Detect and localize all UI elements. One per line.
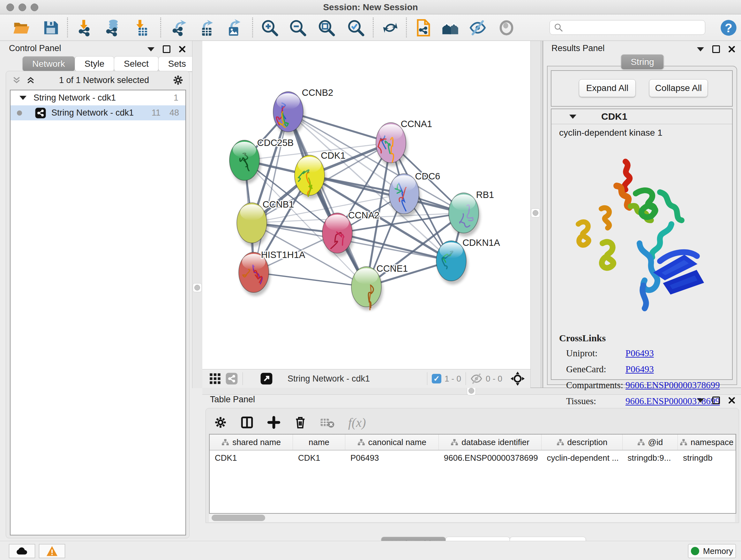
close-panel-icon[interactable] <box>728 46 735 53</box>
table-cell[interactable]: CDK1 <box>210 453 293 463</box>
zoom-fit-icon[interactable] <box>318 19 335 37</box>
crosslink-row: Uniprot:P06493 <box>559 348 720 359</box>
network-canvas[interactable]: CCNB2CCNA1CDC25BCDK1CDC6RB1CCNB1CCNA2CDK… <box>202 41 530 369</box>
network-row[interactable]: String Network - cdk1 11 48 <box>10 105 185 120</box>
table-cell[interactable]: stringdb:9... <box>623 453 678 463</box>
float-panel-icon[interactable] <box>712 45 720 53</box>
scrollbar-thumb[interactable] <box>212 515 265 521</box>
show-all-icon[interactable] <box>498 19 515 37</box>
create-column-icon[interactable] <box>267 416 280 429</box>
tab-select[interactable]: Select <box>114 56 158 71</box>
table-cell[interactable]: CDK1 <box>293 453 345 463</box>
table-cell[interactable]: 9606.ENSP00000378699 <box>439 453 542 463</box>
column-header-database-identifier[interactable]: database identifier <box>439 435 542 450</box>
left-splitter[interactable] <box>192 41 203 388</box>
import-table-from-file-icon[interactable] <box>133 19 150 37</box>
collapse-all-button[interactable]: Collapse All <box>649 79 708 97</box>
tab-style[interactable]: Style <box>75 56 114 71</box>
column-header-name[interactable]: name <box>293 435 345 450</box>
function-builder-icon[interactable]: f(x) <box>348 415 366 430</box>
export-table-icon[interactable] <box>199 19 216 37</box>
node-HIST1H1A[interactable]: HIST1H1A <box>239 250 306 296</box>
selected-indicator-checkbox[interactable]: ✓ <box>432 374 441 383</box>
node-RB1[interactable]: RB1 <box>449 190 494 237</box>
memory-button[interactable]: Memory <box>688 544 736 558</box>
search-input[interactable] <box>563 22 705 33</box>
expand-all-icon[interactable] <box>26 75 36 85</box>
tab-sets[interactable]: Sets <box>158 56 196 71</box>
apply-preferred-layout-icon[interactable] <box>382 19 399 37</box>
table-cell[interactable]: P06493 <box>345 453 439 463</box>
zoom-in-icon[interactable] <box>261 19 278 37</box>
float-panel-icon[interactable] <box>712 396 720 404</box>
collection-expand-icon[interactable] <box>19 96 26 100</box>
right-splitter[interactable] <box>530 41 541 388</box>
node-CCNB2[interactable]: CCNB2 <box>273 87 333 135</box>
new-network-from-selection-icon[interactable] <box>415 19 432 37</box>
section-collapse-icon[interactable] <box>569 115 576 119</box>
left-splitter-handle[interactable] <box>193 284 201 292</box>
node-CDKN1A[interactable]: CDKN1A <box>436 238 500 285</box>
node-label-CCNA2: CCNA2 <box>348 210 380 220</box>
node-CCNE1[interactable]: CCNE1 <box>351 263 408 310</box>
table-cell[interactable]: cyclin-dependent ... <box>542 453 622 463</box>
warning-button[interactable] <box>39 544 65 558</box>
network-collection-row[interactable]: String Network - cdk1 1 <box>10 90 185 105</box>
table-cell[interactable]: stringdb <box>678 453 736 463</box>
crosslink-link[interactable]: P06493 <box>625 364 654 374</box>
column-header-@id[interactable]: @id <box>623 435 678 450</box>
panel-menu-icon[interactable] <box>697 47 704 51</box>
results-panel: Results Panel String Expand All Collapse… <box>542 41 741 388</box>
table-options-gear-icon[interactable] <box>214 416 227 429</box>
import-network-from-file-icon[interactable] <box>77 19 94 37</box>
crosslink-link[interactable]: P06493 <box>625 348 654 359</box>
node-CCNA1[interactable]: CCNA1 <box>376 119 432 166</box>
tab-network[interactable]: Network <box>22 56 75 71</box>
cloud-button[interactable] <box>9 544 35 558</box>
column-header-description[interactable]: description <box>542 435 622 450</box>
zoom-out-icon[interactable] <box>289 19 307 37</box>
detach-view-icon[interactable] <box>260 372 273 385</box>
float-panel-icon[interactable] <box>163 45 171 53</box>
crosslink-link[interactable]: 9606.ENSP00000378699 <box>625 380 720 390</box>
gear-icon[interactable] <box>173 75 184 85</box>
panel-menu-icon[interactable] <box>147 47 154 51</box>
expand-all-button[interactable]: Expand All <box>579 79 636 97</box>
export-image-icon[interactable] <box>225 19 243 37</box>
show-columns-icon[interactable] <box>240 416 254 429</box>
table-row[interactable]: CDK1CDK1P064939606.ENSP00000378699cyclin… <box>210 450 736 465</box>
export-network-icon[interactable] <box>171 19 188 37</box>
edge-CCNB2-CCNE1 <box>288 112 366 287</box>
close-panel-icon[interactable] <box>179 46 186 53</box>
node-CDC25B[interactable]: CDC25B <box>229 138 293 184</box>
network-view-title: String Network - cdk1 <box>287 374 370 384</box>
collapse-all-icon[interactable] <box>12 75 21 85</box>
protein-section-header[interactable]: CDK1 <box>551 109 732 124</box>
shared-column-icon <box>451 439 458 446</box>
column-header-namespace[interactable]: namespace <box>678 435 736 450</box>
hidden-indicator-icon[interactable] <box>470 373 482 385</box>
delete-column-trash-icon[interactable] <box>294 416 307 429</box>
string-results-container: Expand All Collapse All CDK1 cyclin-depe… <box>547 66 737 385</box>
zoom-selected-icon[interactable] <box>347 19 364 37</box>
save-session-icon[interactable] <box>42 19 59 37</box>
panel-menu-icon[interactable] <box>697 398 704 402</box>
tab-string[interactable]: String <box>621 54 664 70</box>
table-horizontal-scrollbar[interactable] <box>209 514 735 522</box>
import-network-from-database-icon[interactable] <box>104 19 121 37</box>
network-overview-icon[interactable] <box>225 372 238 385</box>
column-header-shared-name[interactable]: shared name <box>210 435 293 450</box>
delete-table-icon[interactable] <box>320 416 335 429</box>
first-neighbors-icon[interactable] <box>442 19 459 37</box>
birds-eye-view-icon[interactable] <box>209 372 221 385</box>
fit-content-icon[interactable] <box>511 372 525 386</box>
help-icon[interactable]: ? <box>720 19 737 37</box>
right-splitter-handle[interactable] <box>531 209 540 217</box>
node-CCNA2[interactable]: CCNA2 <box>322 210 380 257</box>
crosslink-row: GeneCard:P06493 <box>559 364 720 374</box>
hide-selected-icon[interactable] <box>469 19 486 37</box>
open-session-icon[interactable] <box>13 19 30 37</box>
column-header-canonical-name[interactable]: canonical name <box>345 435 439 450</box>
node-CCNB1[interactable]: CCNB1 <box>237 199 294 246</box>
close-panel-icon[interactable] <box>728 397 735 404</box>
